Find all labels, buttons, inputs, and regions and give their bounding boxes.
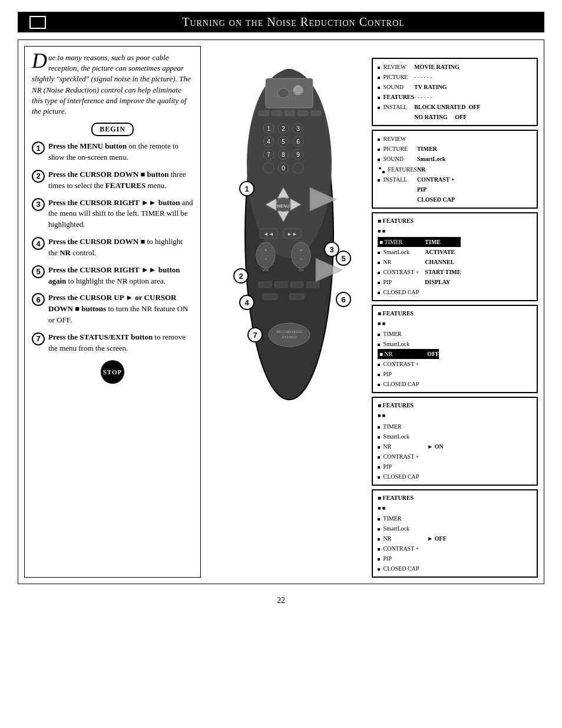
svg-text:►►: ►► [287,231,297,237]
svg-text:MENU: MENU [277,204,290,208]
step-text-1: Press the MENU button on the remote to s… [48,141,193,163]
svg-text:9: 9 [296,151,300,158]
svg-point-38 [263,163,274,173]
step-text-6: Press the CURSOR UP ► or CURSOR DOWN ■ b… [48,292,193,326]
step-2: 2 Press the CURSOR DOWN ■ button three t… [32,169,193,192]
left-column: D ue to many reasons, such as poor cable… [24,46,201,578]
svg-text:6: 6 [296,139,300,145]
remote-svg: 1 2 3 4 5 6 7 8 9 [207,46,372,429]
step-3: 3 Press the CURSOR RIGHT ►► button and t… [32,197,193,231]
stop-badge: STOP [32,360,193,384]
menu-panel-5: ■ FEATURES ■ ■ TIMER SmartLock NR [372,397,538,485]
menus-column: REVIEW MOVIE RATING PICTURE ------ SOUND… [372,46,538,578]
menu-panel-6: ■ FEATURES ■ ■ TIMER SmartLock NR [372,489,538,578]
step-num-3: 3 [32,198,45,211]
svg-text:7: 7 [253,331,257,340]
step-num-7: 7 [32,332,45,345]
svg-text:2: 2 [239,272,243,281]
svg-rect-9 [297,111,308,116]
svg-text:6: 6 [341,295,345,304]
title-icon [29,16,46,29]
menu-panel-2: REVIEW PICTURE TIMER SOUND SmartLock [372,130,538,209]
page-title: Turning on the Noise Reduction Control [54,15,533,29]
page-container: Turning on the Noise Reduction Control D… [0,0,562,728]
step-num-2: 2 [32,170,45,183]
svg-rect-63 [306,282,319,288]
step-num-6: 6 [32,293,45,306]
svg-point-40 [293,163,303,173]
step-text-5: Press the CURSOR RIGHT ►► button again t… [48,265,193,287]
svg-text:+: + [265,248,267,253]
svg-text:−: − [265,256,267,262]
stop-label: STOP [101,360,124,384]
svg-text:3: 3 [296,126,300,132]
svg-point-66 [269,323,310,347]
svg-point-52 [256,242,275,268]
svg-text:1: 1 [244,185,249,193]
svg-point-53 [292,242,310,268]
svg-text:−: − [300,256,303,262]
svg-text:7: 7 [267,151,270,158]
intro-text: D ue to many reasons, such as poor cable… [32,52,193,117]
svg-rect-7 [272,111,282,116]
right-section: 1 2 3 4 5 6 7 8 9 [207,46,538,578]
begin-badge: BEGIN [32,123,193,136]
svg-text:+: + [300,248,303,253]
main-content: D ue to many reasons, such as poor cable… [18,39,544,584]
svg-text:0: 0 [282,165,285,172]
svg-rect-10 [310,111,321,116]
svg-text:3: 3 [329,245,333,254]
step-num-5: 5 [32,265,45,278]
step-text-3: Press the CURSOR RIGHT ►► button and the… [48,197,193,231]
svg-text:4: 4 [267,139,270,145]
step-1: 1 Press the MENU button on the remote to… [32,141,193,163]
step-5: 5 Press the CURSOR RIGHT ►► button again… [32,265,193,287]
svg-text:2: 2 [282,126,285,132]
svg-text:◄◄: ◄◄ [263,231,274,237]
step-text-4: Press the CURSOR DOWN ■ to highlight the… [48,236,193,259]
svg-text:RECOMANDED: RECOMANDED [276,330,302,334]
svg-rect-8 [285,111,295,116]
title-bar: Turning on the Noise Reduction Control [18,12,544,32]
remote-column: 1 2 3 4 5 6 7 8 9 [207,46,372,578]
step-text-2: Press the CURSOR DOWN ■ button three tim… [48,169,193,192]
svg-text:VOL: VOL [262,268,270,272]
intro-body: ue to many reasons, such as poor cable r… [32,53,191,116]
svg-text:5: 5 [282,139,285,145]
svg-rect-61 [275,282,287,288]
step-4: 4 Press the CURSOR DOWN ■ to highlight t… [32,236,193,259]
svg-rect-60 [259,282,272,288]
begin-label: BEGIN [91,123,134,136]
step-num-4: 4 [32,237,45,250]
svg-text:CH: CH [299,268,304,272]
svg-rect-6 [259,111,269,116]
page-number: 22 [18,596,544,605]
step-text-7: Press the STATUS/EXIT button to remove t… [48,332,193,354]
svg-text:1: 1 [267,126,270,132]
svg-point-5 [295,86,302,93]
svg-text:5: 5 [341,254,345,263]
drop-cap: D [32,52,47,70]
svg-text:8: 8 [282,151,285,158]
menu-panel-1: REVIEW MOVIE RATING PICTURE ------ SOUND… [372,58,538,126]
svg-rect-65 [289,294,304,299]
svg-rect-62 [290,282,303,288]
step-7: 7 Press the STATUS/EXIT button to remove… [32,332,193,354]
svg-rect-64 [263,294,277,299]
menu-panel-3: ■ FEATURES ■ ■ ■ TIMER TIME SmartLock AC… [372,212,538,301]
svg-text:STEREO: STEREO [282,335,297,339]
step-num-1: 1 [32,141,45,154]
menu-panel-4: ■ FEATURES ■ ■ TIMER SmartLock ■ NR [372,305,538,393]
svg-text:4: 4 [244,298,249,307]
svg-point-3 [277,88,289,98]
step-6: 6 Press the CURSOR UP ► or CURSOR DOWN ■… [32,292,193,326]
